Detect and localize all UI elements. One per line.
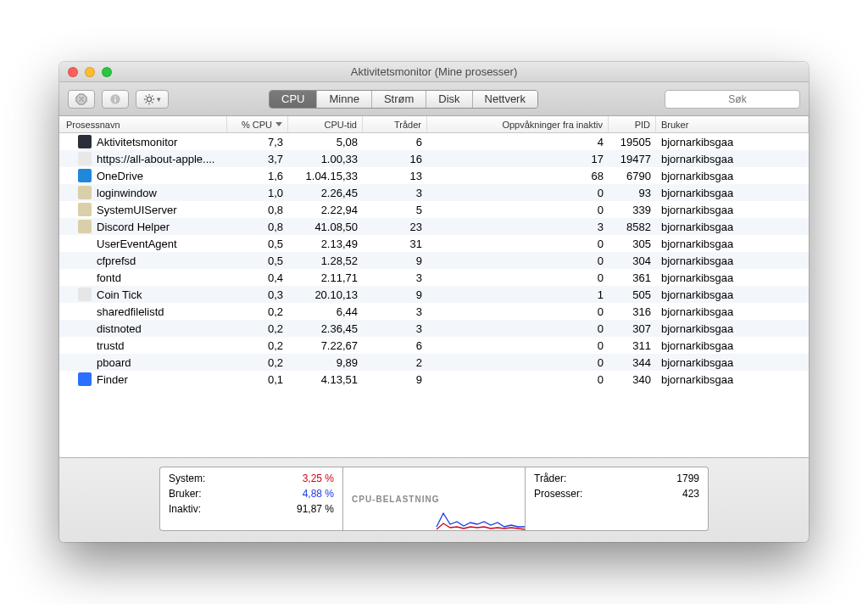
cpu-value: 0,2 [227,339,288,352]
table-header: Prosessnavn % CPU CPU-tid Tråder Oppvåkn… [59,116,809,133]
header-pid[interactable]: PID [609,116,656,132]
counts-panel: Tråder:1799 Prosesser:423 [526,467,709,531]
pid-value: 311 [609,339,656,352]
wakeups-value: 0 [427,187,609,199]
processes-value: 423 [682,488,699,500]
table-row[interactable]: Coin Tick0,320.10,1391505bjornarkibsgaa [59,286,809,303]
pid-value: 316 [609,305,656,318]
stop-process-button[interactable] [68,90,95,109]
table-row[interactable]: UserEventAgent0,52.13,49310305bjornarkib… [59,235,809,252]
user-value: bjornarkibsgaa [656,136,809,148]
wakeups-value: 0 [427,373,609,386]
app-icon [78,135,92,148]
tab-strøm[interactable]: Strøm [372,91,426,108]
process-name: pboard [97,356,131,369]
inspect-process-button[interactable] [102,90,129,109]
wakeups-value: 0 [427,238,609,250]
wakeups-value: 0 [427,322,609,335]
tab-nettverk[interactable]: Nettverk [473,91,537,108]
cpu-value: 0,3 [227,288,288,301]
wakeups-value: 68 [427,170,609,182]
pid-value: 304 [609,254,656,267]
process-name: https://all-about-apple.... [97,153,214,165]
app-icon [78,237,92,250]
table-row[interactable]: Finder0,14.13,5190340bjornarkibsgaa [59,371,809,388]
process-name: OneDrive [97,170,143,182]
process-table[interactable]: Aktivitetsmonitor7,35,086419505bjornarki… [59,133,809,457]
pid-value: 361 [609,271,656,284]
table-row[interactable]: https://all-about-apple....3,71.00,33161… [59,150,809,167]
system-label: System: [169,473,205,484]
pid-value: 6790 [609,170,656,182]
table-row[interactable]: loginwindow1,02.26,453093bjornarkibsgaa [59,184,809,201]
svg-rect-1 [114,98,115,102]
header-threads[interactable]: Tråder [363,116,427,132]
process-name: Finder [97,373,128,386]
threads-value: 13 [363,170,427,182]
header-process-name[interactable]: Prosessnavn [59,116,227,132]
cpu-value: 1,6 [227,170,288,182]
user-value: bjornarkibsgaa [656,204,809,216]
user-value: bjornarkibsgaa [656,373,809,386]
table-row[interactable]: sharedfilelistd0,26,4430316bjornarkibsga… [59,303,809,320]
toolbar: ▾ CPUMinneStrømDiskNettverk [59,82,809,116]
wakeups-value: 0 [427,271,609,284]
process-name: trustd [97,339,125,352]
cpu-value: 0,5 [227,254,288,267]
wakeups-value: 1 [427,288,609,301]
user-value: bjornarkibsgaa [656,170,809,182]
search-field[interactable] [665,90,800,109]
cpu-time-value: 2.11,71 [288,271,363,284]
table-row[interactable]: Discord Helper0,841.08,502338582bjornark… [59,218,809,235]
app-icon [78,254,92,267]
tab-cpu[interactable]: CPU [270,91,317,108]
system-value: 3,25 % [303,473,334,484]
tab-disk[interactable]: Disk [426,91,472,108]
threads-value: 16 [363,153,427,165]
process-name: fontd [97,271,121,284]
table-row[interactable]: distnoted0,22.36,4530307bjornarkibsgaa [59,320,809,337]
threads-value: 2 [363,356,427,369]
table-row[interactable]: Aktivitetsmonitor7,35,086419505bjornarki… [59,133,809,150]
search-input[interactable] [674,93,801,105]
user-value: bjornarkibsgaa [656,221,809,233]
svg-point-3 [147,97,151,101]
table-row[interactable]: OneDrive1,61.04.15,3313686790bjornarkibs… [59,167,809,184]
app-icon [78,355,92,369]
table-row[interactable]: fontd0,42.11,7130361bjornarkibsgaa [59,269,809,286]
wakeups-value: 0 [427,254,609,267]
table-row[interactable]: cfprefsd0,51.28,5290304bjornarkibsgaa [59,252,809,269]
app-icon [78,203,92,216]
header-user[interactable]: Bruker [656,116,809,132]
pid-value: 340 [609,373,656,386]
threads-value: 31 [363,238,427,250]
threads-value: 9 [363,254,427,267]
settings-button[interactable]: ▾ [136,90,169,109]
cpu-value: 0,1 [227,373,288,386]
idle-label: Inaktiv: [169,503,201,515]
process-name: Discord Helper [97,221,170,233]
user-value: bjornarkibsgaa [656,187,809,199]
cpu-value: 0,4 [227,271,288,284]
app-icon [78,152,92,165]
header-cpu-time[interactable]: CPU-tid [288,116,363,132]
app-icon [78,169,92,182]
table-row[interactable]: pboard0,29,8920344bjornarkibsgaa [59,354,809,371]
threads-value: 3 [363,305,427,318]
cpu-time-value: 5,08 [288,136,363,148]
app-icon [78,271,92,284]
user-value: bjornarkibsgaa [656,254,809,267]
process-name: loginwindow [97,187,157,199]
app-icon [78,220,92,233]
header-cpu[interactable]: % CPU [227,116,288,132]
processes-label: Prosesser: [534,488,582,500]
header-wakeups[interactable]: Oppvåkninger fra inaktiv [427,116,609,132]
user-value: bjornarkibsgaa [656,271,809,284]
cpu-value: 0,2 [227,305,288,318]
table-row[interactable]: SystemUIServer0,82.22,9450339bjornarkibs… [59,201,809,218]
svg-rect-2 [114,96,115,97]
tab-minne[interactable]: Minne [317,91,371,108]
table-row[interactable]: trustd0,27.22,6760311bjornarkibsgaa [59,337,809,354]
idle-value: 91,87 % [297,503,334,515]
threads-value: 3 [363,322,427,335]
